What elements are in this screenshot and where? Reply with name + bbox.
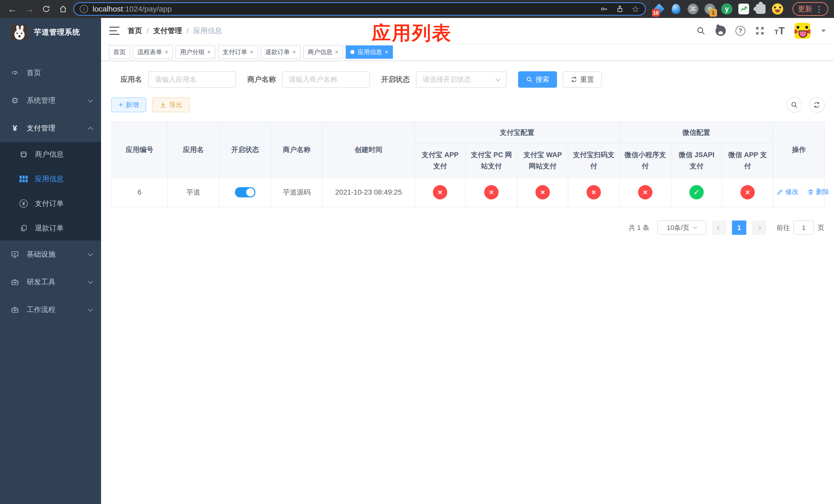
url-text[interactable]: localhost:1024/pay/app	[93, 5, 595, 13]
tab-user-group[interactable]: 用户分组×	[175, 45, 215, 59]
app-name-label: 应用名	[120, 75, 142, 84]
logo-avatar	[11, 25, 28, 40]
merchant-name-input[interactable]	[282, 71, 370, 88]
extension-recorder-icon[interactable]: 1	[704, 3, 716, 15]
font-size-icon[interactable]: TT	[774, 25, 785, 37]
yuan-circle-icon: ¥	[19, 200, 28, 208]
navbar-actions: ? TT	[696, 23, 826, 39]
browser-menu-icon[interactable]: ⋮	[815, 5, 823, 14]
page-size-select[interactable]: 10条/页	[657, 221, 706, 235]
tab-pay-order[interactable]: 支付订单×	[218, 45, 258, 59]
extension-gem-icon[interactable]	[671, 3, 682, 15]
sidebar-item-refund-order[interactable]: 退款订单	[0, 216, 101, 240]
sidebar-item-pay-order[interactable]: ¥ 支付订单	[0, 191, 101, 216]
sidebar-item-app-info[interactable]: 应用信息	[0, 167, 101, 191]
tab-home[interactable]: 首页	[109, 45, 130, 59]
refresh-table-button[interactable]	[809, 97, 825, 113]
chrome-update-button[interactable]: 更新 ⋮	[792, 2, 828, 16]
browser-back-button[interactable]: ←	[6, 2, 19, 16]
breadcrumb-payment[interactable]: 支付管理	[153, 26, 182, 36]
prev-page-button[interactable]	[712, 221, 726, 235]
tab-refund-order[interactable]: 退款订单×	[261, 45, 301, 59]
browser-forward-button[interactable]: →	[23, 2, 36, 16]
next-page-button[interactable]	[752, 221, 766, 235]
extensions-area: 10 ⌘ 1 y 更新 ⋮	[654, 2, 828, 16]
extension-command-icon[interactable]: ⌘	[687, 3, 699, 15]
share-icon[interactable]	[616, 5, 624, 13]
app-name-input[interactable]	[148, 71, 236, 88]
shop-icon	[19, 151, 28, 158]
cell-alipay-wap: ×	[517, 178, 568, 207]
help-icon[interactable]: ?	[736, 26, 745, 36]
extension-badge: 10	[652, 9, 660, 17]
password-key-icon[interactable]	[600, 5, 608, 13]
tab-merchant-info[interactable]: 商户信息×	[303, 45, 343, 59]
browser-reload-button[interactable]	[40, 2, 53, 16]
status-toggle[interactable]	[235, 187, 256, 198]
refresh-icon	[570, 76, 577, 83]
table-toolbar: + 新增 导出	[111, 97, 825, 113]
grid-icon	[19, 176, 28, 182]
sidebar-item-workflow[interactable]: 工作流程	[0, 296, 101, 323]
extensions-puzzle-icon[interactable]	[755, 3, 766, 15]
sidebar-item-system[interactable]: ⚙ 系统管理	[0, 87, 101, 114]
edit-button[interactable]: 修改	[776, 187, 798, 197]
col-group-alipay: 支付宝配置	[415, 122, 619, 143]
bookmark-star-icon[interactable]: ☆	[632, 5, 639, 13]
site-info-icon[interactable]: i	[80, 5, 88, 13]
col-wechat-mini: 微信小程序支付	[619, 143, 671, 178]
tab-process-form[interactable]: 流程表单×	[133, 45, 173, 59]
address-bar[interactable]: i localhost:1024/pay/app ☆	[73, 2, 646, 16]
app-logo[interactable]: 芋道管理系统	[0, 18, 101, 47]
extension-diamond-icon[interactable]: 10	[654, 3, 665, 15]
status-badge: ×	[535, 185, 550, 200]
sidebar-item-home[interactable]: 首页	[0, 59, 101, 87]
fullscreen-icon[interactable]	[755, 26, 765, 36]
chevron-down-icon	[88, 278, 93, 284]
close-icon[interactable]: ×	[207, 49, 211, 55]
avatar-caret-icon[interactable]	[821, 29, 826, 32]
trash-icon	[807, 189, 814, 196]
sidebar-item-dev-tools[interactable]: 研发工具	[0, 268, 101, 296]
col-alipay-wap: 支付宝 WAP 网站支付	[517, 143, 568, 178]
sidebar-item-payment[interactable]: ¥ 支付管理	[0, 114, 101, 142]
close-icon[interactable]: ×	[292, 49, 296, 55]
app-table: 应用编号 应用名 开启状态 商户名称 创建时间 支付宝配置 微信配置 操作 支付…	[111, 121, 825, 207]
search-icon[interactable]	[696, 26, 706, 36]
col-app-name: 应用名	[168, 122, 219, 178]
status-select[interactable]: 请选择开启状态	[416, 71, 507, 88]
page-suffix-label: 页	[818, 223, 824, 232]
delete-button[interactable]: 删除	[807, 187, 829, 197]
cell-alipay-pc: ×	[465, 178, 517, 207]
sidebar-item-infrastructure[interactable]: 基础设施	[0, 240, 101, 268]
github-icon[interactable]	[716, 26, 726, 36]
search-button[interactable]: 搜索	[518, 71, 557, 88]
toolbox-icon	[10, 278, 20, 286]
export-button[interactable]: 导出	[152, 97, 190, 112]
extension-chart-icon[interactable]	[738, 3, 749, 15]
tab-app-info[interactable]: 应用信息×	[346, 45, 393, 59]
close-icon[interactable]: ×	[385, 49, 388, 55]
extension-green-y-icon[interactable]: y	[721, 3, 732, 15]
add-button[interactable]: + 新增	[111, 97, 146, 112]
sidebar-toggle-icon[interactable]	[109, 27, 119, 35]
close-icon[interactable]: ×	[250, 49, 254, 55]
top-navbar: 首页 / 支付管理 / 应用信息 应用列表 ? TT	[101, 18, 834, 44]
toggle-search-button[interactable]	[786, 97, 802, 113]
cell-alipay-qr: ×	[568, 178, 619, 207]
current-page-button[interactable]: 1	[732, 221, 746, 235]
goto-page-input[interactable]	[793, 221, 814, 235]
user-avatar[interactable]	[794, 23, 810, 39]
close-icon[interactable]: ×	[335, 49, 338, 55]
breadcrumb: 首页 / 支付管理 / 应用信息	[128, 26, 222, 36]
breadcrumb-home[interactable]: 首页	[128, 26, 142, 36]
close-icon[interactable]: ×	[164, 49, 168, 55]
col-app-id: 应用编号	[112, 122, 168, 178]
extension-emoji-icon[interactable]	[772, 3, 783, 15]
col-created-at: 创建时间	[322, 122, 415, 178]
cell-wechat-jsapi: ✓	[671, 178, 722, 207]
browser-home-button[interactable]	[57, 2, 70, 16]
sidebar-item-merchant-info[interactable]: 商户信息	[0, 142, 101, 167]
col-alipay-app: 支付宝 APP 支付	[415, 143, 465, 178]
reset-button[interactable]: 重置	[563, 71, 602, 88]
